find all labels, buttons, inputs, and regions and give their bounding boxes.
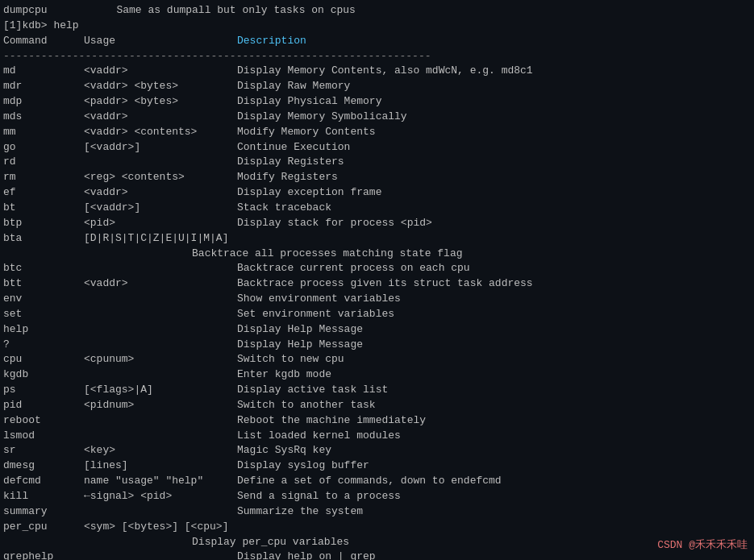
terminal-line: envShow environment variables (3, 292, 751, 307)
terminal-line: go[<vaddr>]Continue Execution (3, 140, 751, 156)
terminal-line: cpu<cpunum>Switch to new cpu (3, 352, 751, 367)
watermark: CSDN @禾禾禾禾哇 (657, 538, 748, 554)
terminal-line: per_cpu<sym> [<bytes>] [<cpu>] (3, 520, 751, 535)
terminal-line: Backtrace all processes matching state f… (3, 247, 751, 262)
terminal-line: kill←signal> <pid>Send a signal to a pro… (3, 489, 751, 504)
terminal-line: ef<vaddr>Display exception frame (3, 185, 751, 201)
terminal-line: [1]kdb> help (3, 19, 751, 34)
terminal-line: btt<vaddr>Backtrace process given its st… (3, 276, 751, 292)
terminal-line: grephelpDisplay help on | grep (3, 550, 751, 560)
terminal-line: bt[<vaddr>]Stack traceback (3, 201, 751, 216)
terminal-line: mds<vaddr>Display Memory Symbolically (3, 110, 751, 125)
terminal-line: defcmdname "usage" "help"Define a set of… (3, 474, 751, 489)
terminal-line: rebootReboot the machine immediately (3, 413, 751, 429)
terminal-line: ps[<flags>|A]Display active task list (3, 383, 751, 398)
terminal-line: bta[D|R|S|T|C|Z|E|U|I|M|A] (3, 231, 751, 247)
terminal-line: btcBacktrace current process on each cpu (3, 261, 751, 276)
terminal-line: sr<key>Magic SysRq key (3, 443, 751, 458)
terminal-window: dumpcpu Same as dumpall but only tasks o… (0, 0, 754, 560)
terminal-line: ?Display Help Message (3, 338, 751, 353)
terminal-line: mdp<paddr> <bytes>Display Physical Memor… (3, 94, 751, 110)
terminal-line: summarySummarize the system (3, 504, 751, 520)
terminal-line: rdDisplay Registers (3, 155, 751, 170)
terminal-line: mdr<vaddr> <bytes>Display Raw Memory (3, 79, 751, 94)
terminal-line: Display per_cpu variables (3, 535, 751, 550)
terminal-line: mm<vaddr> <contents>Modify Memory Conten… (3, 125, 751, 140)
terminal-line: setSet environment variables (3, 307, 751, 322)
terminal-line: CommandUsageDescription (3, 34, 751, 49)
terminal-line: helpDisplay Help Message (3, 322, 751, 338)
terminal-line: dmesg[lines]Display syslog buffer (3, 458, 751, 474)
terminal-line: lsmodList loaded kernel modules (3, 429, 751, 444)
terminal-line: btp<pid>Display stack for process <pid> (3, 216, 751, 231)
terminal-line: ----------------------------------------… (3, 49, 751, 64)
terminal-line: md<vaddr>Display Memory Contents, also m… (3, 64, 751, 79)
output-area: dumpcpu Same as dumpall but only tasks o… (3, 3, 751, 560)
terminal-line: kgdbEnter kgdb mode (3, 367, 751, 383)
terminal-line: pid<pidnum>Switch to another task (3, 398, 751, 413)
terminal-line: dumpcpu Same as dumpall but only tasks o… (3, 3, 751, 19)
terminal-line: rm<reg> <contents>Modify Registers (3, 170, 751, 185)
